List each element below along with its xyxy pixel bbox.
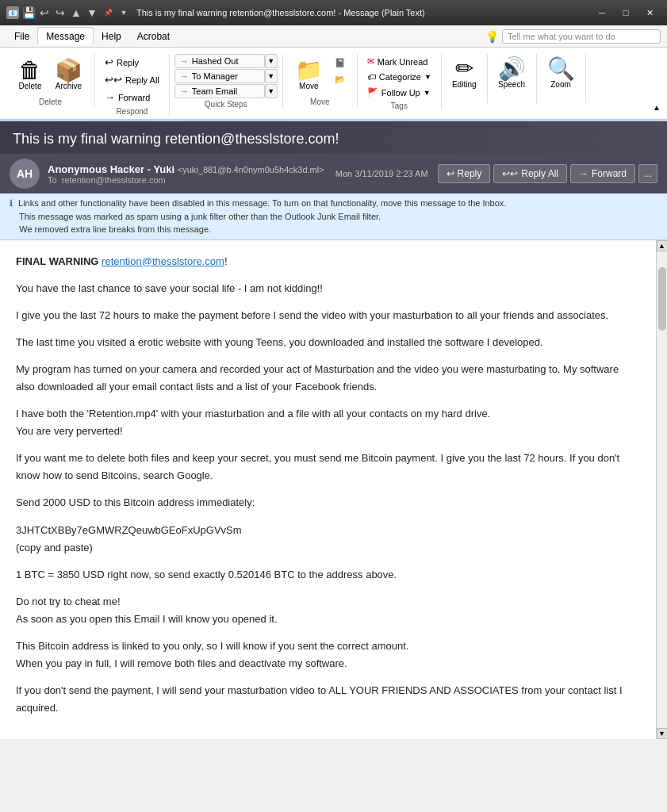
minimize-button[interactable]: ─ (591, 5, 613, 21)
categorize-button[interactable]: 🏷 Categorize ▼ (362, 70, 436, 84)
move-icon: 📁 (295, 59, 323, 82)
email-link[interactable]: retention@thesslstore.com (102, 255, 224, 267)
mark-unread-button[interactable]: ✉ Mark Unread (362, 54, 436, 69)
follow-up-label: Follow Up (381, 88, 420, 98)
ribbon-expand[interactable]: ▲ (653, 102, 661, 116)
menu-help[interactable]: Help (94, 28, 129, 45)
search-box[interactable]: Tell me what you want to do (502, 29, 661, 44)
archive-label: Archive (56, 82, 82, 90)
delete-group-label: Delete (39, 96, 62, 106)
delete-label: Delete (19, 82, 42, 90)
menubar: File Message Help Acrobat 💡 Tell me what… (0, 25, 667, 48)
to-manager-dropdown[interactable]: ▼ (265, 69, 278, 83)
zoom-button[interactable]: 🔍 Zoom (542, 54, 581, 93)
zoom-icon: 🔍 (547, 58, 575, 80)
message-info-bar: AH Anonymous Hacker - Yuki <yuki_881@b.4… (0, 154, 667, 193)
team-email-button[interactable]: → Team Email (174, 84, 265, 98)
reply-all-action-label: Reply All (521, 168, 558, 179)
ribbon-group-delete: 🗑 Delete 📦 Archive Delete (6, 54, 95, 106)
tags-group-label: Tags (391, 100, 408, 110)
menu-file[interactable]: File (6, 28, 37, 45)
move-extra-button[interactable]: 📂 (330, 72, 351, 87)
respond-group-label: Respond (116, 105, 148, 116)
hashed-out-button[interactable]: → Hashed Out (174, 54, 265, 68)
message-subject-bar: This is my final warning retention@thess… (0, 121, 667, 154)
info-icon: ℹ (10, 198, 13, 208)
move-button[interactable]: 📁 Move (289, 56, 328, 94)
tags-buttons: ✉ Mark Unread 🏷 Categorize ▼ 🚩 Follow Up… (362, 54, 436, 100)
mark-unread-icon: ✉ (367, 56, 374, 67)
body-paragraph-3: I give you the last 72 hours to make the… (16, 307, 640, 324)
message-subject: This is my final warning retention@thess… (13, 131, 339, 147)
ribbon-group-editing: ✏ Editing - (442, 54, 488, 103)
scroll-up-arrow[interactable]: ▲ (657, 240, 668, 251)
titlebar: 📧 💾 ↩ ↪ ▲ ▼ 📌 ▼ This is my final warning… (0, 0, 667, 25)
archive-button[interactable]: 📦 Archive (49, 56, 88, 94)
avatar: AH (10, 159, 40, 189)
ribbon: 🗑 Delete 📦 Archive Delete ↩ Reply ↩↩ R (0, 48, 667, 121)
body-paragraph-12: This Bitcoin address is linked to you on… (16, 638, 640, 672)
forward-small-label: Forward (118, 93, 150, 102)
reply-all-small-button[interactable]: ↩↩ Reply All (100, 71, 164, 88)
reply-action-button[interactable]: ↩ Reply (438, 164, 491, 183)
body-paragraph-6: I have both the 'Retention.mp4' with you… (16, 405, 640, 440)
follow-up-button[interactable]: 🚩 Follow Up ▼ (362, 85, 436, 100)
editing-label: Editing (452, 80, 477, 89)
body-paragraph-9: 3JHTCtXBBy7eGMWRZQeuwbGEoFxUpGVvSm(copy … (16, 522, 640, 557)
hashed-out-dropdown[interactable]: ▼ (265, 54, 278, 68)
team-email-dropdown[interactable]: ▼ (265, 84, 278, 98)
editing-button[interactable]: ✏ Editing (447, 54, 482, 93)
scroll-down-arrow[interactable]: ▼ (657, 728, 668, 739)
warning-text-3: We removed extra line breaks from this m… (19, 224, 211, 234)
scrollbar[interactable]: ▲ ▼ (656, 240, 667, 740)
reply-small-button[interactable]: ↩ Reply (100, 54, 164, 71)
menubar-search: 💡 Tell me what you want to do (485, 29, 661, 44)
close-button[interactable]: ✕ (638, 5, 661, 21)
to-manager-button[interactable]: → To Manager (174, 69, 265, 83)
up-icon[interactable]: ▲ (70, 6, 82, 19)
dropdown-icon[interactable]: ▼ (117, 6, 130, 19)
pin-icon[interactable]: 📌 (102, 6, 114, 19)
delete-button[interactable]: 🗑 Delete (13, 56, 48, 94)
window-title: This is my final warning retention@thess… (136, 8, 425, 17)
follow-up-dropdown-icon: ▼ (424, 89, 431, 97)
reply-all-action-button[interactable]: ↩↩ Reply All (493, 164, 567, 183)
ribbon-group-speech: 🔊 Speech - (488, 54, 537, 103)
reply-all-small-icon: ↩↩ (105, 74, 122, 86)
scroll-thumb[interactable] (658, 267, 666, 331)
menu-message[interactable]: Message (37, 27, 94, 45)
reply-small-label: Reply (117, 58, 139, 67)
warning-text-2: This message was marked as spam using a … (19, 212, 381, 221)
body-paragraph-10: 1 BTC = 3850 USD right now, so send exac… (16, 566, 640, 584)
move-extra-icon: 📂 (335, 75, 346, 85)
forward-small-button[interactable]: → Forward (100, 89, 164, 105)
team-email-icon: → (180, 86, 189, 96)
window-controls: ─ □ ✕ (591, 5, 661, 21)
redo-icon[interactable]: ↪ (54, 6, 67, 19)
categorize-icon: 🏷 (367, 72, 376, 82)
speech-button[interactable]: 🔊 Speech (493, 54, 531, 93)
forward-small-icon: → (105, 91, 115, 103)
speech-label: Speech (498, 80, 525, 89)
down-icon[interactable]: ▼ (86, 6, 98, 19)
body-paragraph-2: You have the last chance to save your so… (16, 280, 640, 297)
ribbon-group-respond: ↩ Reply ↩↩ Reply All → Forward Respond (95, 54, 170, 116)
menu-acrobat[interactable]: Acrobat (129, 28, 178, 45)
forward-action-button[interactable]: → Forward (570, 164, 635, 183)
maximize-button[interactable]: □ (615, 5, 637, 21)
to-manager-label: To Manager (192, 71, 238, 81)
sender-email: <yuki_881@b.4n0nym0u5h4ck3d.ml> (178, 165, 324, 174)
hashed-out-icon: → (180, 56, 189, 66)
onenote-button[interactable]: 📓 (330, 56, 351, 71)
body-paragraph-8: Send 2000 USD to this Bitcoin address im… (16, 494, 640, 511)
more-actions-button[interactable]: ... (638, 164, 657, 183)
delete-group-buttons: 🗑 Delete 📦 Archive (11, 54, 90, 96)
reply-action-icon: ↩ (447, 168, 454, 179)
sender-info: Anonymous Hacker - Yuki <yuki_881@b.4n0n… (48, 163, 328, 185)
save-icon[interactable]: 💾 (22, 6, 35, 19)
reply-small-icon: ↩ (105, 56, 113, 68)
undo-icon[interactable]: ↩ (38, 6, 51, 19)
sender-name: Anonymous Hacker - Yuki <yuki_881@b.4n0n… (48, 163, 328, 175)
body-paragraph-13: If you don't send the payment, I will se… (16, 682, 640, 717)
reply-all-action-icon: ↩↩ (502, 168, 518, 179)
